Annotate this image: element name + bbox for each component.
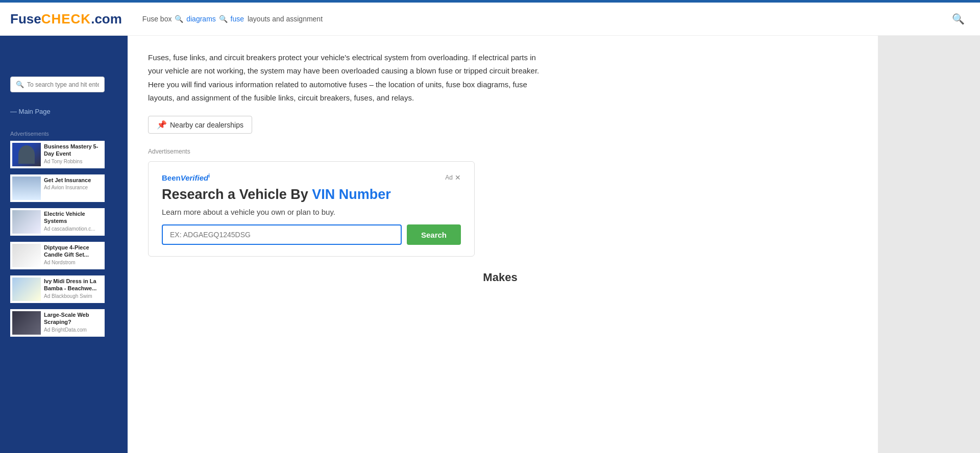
makes-title: Makes [148, 271, 852, 284]
ad-thumb-3 [12, 210, 41, 234]
ad-title-4: Diptyque 4-Piece Candle Gift Set... [44, 244, 103, 259]
ad-thumb-6 [12, 311, 41, 335]
ad-thumb-4 [12, 244, 41, 267]
vin-number-text: VIN Number [312, 187, 391, 202]
header-tagline: Fuse box 🔍 diagrams 🔍 fuse layouts and a… [142, 15, 323, 23]
ad-title-1: Business Mastery 5-Day Event [44, 143, 103, 158]
logo-dotcom: . [91, 11, 94, 27]
ad-source-4: Ad Nordstrom [44, 260, 103, 265]
logo-com: com [94, 11, 121, 27]
ad-title-2: Get Jet Insurance [44, 177, 91, 184]
sidebar-search-icon: 🔍 [16, 81, 24, 88]
sidebar-ad-item-3[interactable]: Electric Vehicle Systems Ad cascadiamoti… [10, 208, 105, 236]
sidebar-ad-item-4[interactable]: Diptyque 4-Piece Candle Gift Set... Ad N… [10, 242, 105, 269]
logo-check: CHECK [41, 11, 91, 27]
sidebar-main-page-link[interactable]: — Main Page [10, 108, 128, 115]
close-icon: ✕ [455, 173, 461, 182]
sidebar-ad-list: Business Mastery 5-Day Event Ad Tony Rob… [10, 141, 128, 337]
nearby-dealerships-button[interactable]: 📌 Nearby car dealerships [148, 116, 252, 134]
main-ads-label: Advertisements [148, 148, 852, 155]
sidebar-ads-label: Advertisements [10, 131, 128, 137]
header-search-icon[interactable]: 🔍 [952, 13, 965, 25]
pin-icon: 📌 [157, 120, 167, 130]
ad-close-button[interactable]: Ad ✕ [445, 173, 461, 182]
ad-thumb-5 [12, 278, 41, 301]
tagline-rest: layouts and assignment [248, 15, 323, 23]
ad-info-3: Electric Vehicle Systems Ad cascadiamoti… [44, 210, 103, 234]
vin-headline: Research a Vehicle By VIN Number [162, 186, 461, 203]
nearby-dealerships-label: Nearby car dealerships [170, 121, 243, 129]
ad-source-1: Ad Tony Robbins [44, 159, 103, 164]
vin-middle-text: a Vehicle By [228, 187, 312, 202]
ad-info-6: Large-Scale Web Scraping? Ad BrightData.… [44, 311, 103, 335]
vin-ad-header: BeenVerifiedi Ad ✕ [162, 173, 461, 182]
been-verified-text: BeenVerifiedi [162, 173, 210, 182]
ad-source-2: Ad Avion Insurance [44, 185, 91, 190]
ad-title-3: Electric Vehicle Systems [44, 210, 103, 225]
sidebar-ad-item-6[interactable]: Large-Scale Web Scraping? Ad BrightData.… [10, 309, 105, 337]
tagline-fuse-box: Fuse box [142, 15, 172, 23]
logo-fuse: Fuse [10, 11, 41, 27]
vin-search-button[interactable]: Search [407, 224, 461, 245]
sidebar: 🔍 — Main Page Advertisements Business Ma… [0, 36, 128, 453]
logo[interactable]: Fuse CHECK . com [10, 11, 122, 27]
sidebar-ad-item-2[interactable]: Get Jet Insurance Ad Avion Insurance [10, 174, 105, 202]
vin-research-word: Research [162, 187, 224, 202]
ad-title-6: Large-Scale Web Scraping? [44, 311, 103, 326]
sidebar-ad-item-1[interactable]: Business Mastery 5-Day Event Ad Tony Rob… [10, 141, 105, 168]
ad-thumb-2 [12, 177, 41, 200]
vin-input[interactable] [162, 224, 402, 245]
vin-subtitle: Learn more about a vehicle you own or pl… [162, 208, 461, 216]
vin-form: Search [162, 224, 461, 245]
page-wrapper: Fuse CHECK . com Fuse box 🔍 diagrams 🔍 f… [0, 0, 980, 453]
tagline-search-icon2: 🔍 [219, 15, 228, 23]
main-content: Fuses, fuse links, and circuit breakers … [128, 36, 878, 453]
been-verified-logo: BeenVerifiedi [162, 173, 210, 182]
right-gutter [878, 36, 980, 453]
tagline-search-icon: 🔍 [175, 15, 183, 23]
ad-source-5: Ad Blackbough Swim [44, 293, 103, 299]
ad-info-4: Diptyque 4-Piece Candle Gift Set... Ad N… [44, 244, 103, 267]
ad-label-text: Ad [445, 174, 453, 181]
intro-paragraph: Fuses, fuse links, and circuit breakers … [148, 51, 546, 105]
ad-title-5: Ivy Midi Dress in La Bamba - Beachwe... [44, 278, 103, 292]
vin-ad-block: BeenVerifiedi Ad ✕ Research a Vehicle By… [148, 161, 475, 257]
ad-info-5: Ivy Midi Dress in La Bamba - Beachwe... … [44, 278, 103, 301]
sidebar-search-input[interactable] [27, 81, 99, 88]
tagline-fuse-link[interactable]: fuse [231, 15, 244, 23]
ad-info-1: Business Mastery 5-Day Event Ad Tony Rob… [44, 143, 103, 166]
header: Fuse CHECK . com Fuse box 🔍 diagrams 🔍 f… [0, 3, 980, 36]
sidebar-ad-item-5[interactable]: Ivy Midi Dress in La Bamba - Beachwe... … [10, 275, 105, 303]
main-row: 🔍 — Main Page Advertisements Business Ma… [0, 36, 980, 453]
tagline-diagrams-link[interactable]: diagrams [186, 15, 216, 23]
ad-source-3: Ad cascadiamotion.c... [44, 226, 103, 232]
sidebar-search-box[interactable]: 🔍 [10, 77, 105, 92]
ad-thumb-1 [12, 143, 41, 166]
ad-info-2: Get Jet Insurance Ad Avion Insurance [44, 177, 91, 200]
ad-source-6: Ad BrightData.com [44, 327, 103, 333]
